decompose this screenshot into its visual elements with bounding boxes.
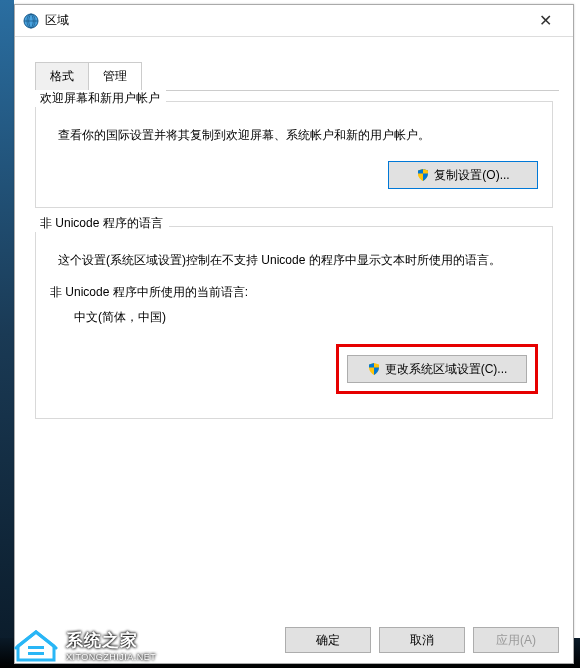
group-welcome-title: 欢迎屏幕和新用户帐户 [34, 90, 166, 107]
group-non-unicode-desc: 这个设置(系统区域设置)控制在不支持 Unicode 的程序中显示文本时所使用的… [58, 251, 538, 270]
group-welcome-accounts: 欢迎屏幕和新用户帐户 查看你的国际设置并将其复制到欢迎屏幕、系统帐户和新的用户帐… [35, 101, 553, 208]
watermark-title: 系统之家 [66, 629, 156, 652]
svg-rect-3 [28, 652, 44, 655]
window-title: 区域 [45, 12, 525, 29]
watermark-url: XITONGZHIJIA.NET [66, 652, 156, 662]
dialog-footer: 确定 取消 应用(A) [285, 627, 559, 653]
tab-panel-admin: 欢迎屏幕和新用户帐户 查看你的国际设置并将其复制到欢迎屏幕、系统帐户和新的用户帐… [29, 91, 559, 419]
ok-button[interactable]: 确定 [285, 627, 371, 653]
current-language-value: 中文(简体，中国) [74, 309, 538, 326]
change-locale-label: 更改系统区域设置(C)... [385, 361, 508, 378]
group-non-unicode: 非 Unicode 程序的语言 这个设置(系统区域设置)控制在不支持 Unico… [35, 226, 553, 419]
copy-settings-label: 复制设置(O)... [434, 167, 509, 184]
background-left-strip [0, 0, 14, 668]
group-welcome-desc: 查看你的国际设置并将其复制到欢迎屏幕、系统帐户和新的用户帐户。 [58, 126, 538, 145]
uac-shield-icon [416, 168, 430, 182]
globe-icon [23, 13, 39, 29]
dialog-content: 格式 管理 欢迎屏幕和新用户帐户 查看你的国际设置并将其复制到欢迎屏幕、系统帐户… [15, 37, 573, 419]
group-non-unicode-title: 非 Unicode 程序的语言 [34, 215, 169, 232]
current-language-label: 非 Unicode 程序中所使用的当前语言: [50, 284, 538, 301]
tab-admin[interactable]: 管理 [88, 62, 142, 91]
close-button[interactable]: ✕ [525, 7, 565, 35]
copy-settings-button[interactable]: 复制设置(O)... [388, 161, 538, 189]
cancel-button[interactable]: 取消 [379, 627, 465, 653]
change-system-locale-button[interactable]: 更改系统区域设置(C)... [347, 355, 527, 383]
tab-format[interactable]: 格式 [35, 62, 89, 91]
titlebar: 区域 ✕ [15, 5, 573, 37]
watermark: 系统之家 XITONGZHIJIA.NET [14, 626, 156, 664]
uac-shield-icon [367, 362, 381, 376]
watermark-house-icon [14, 626, 58, 664]
copy-settings-row: 复制设置(O)... [50, 161, 538, 189]
apply-button[interactable]: 应用(A) [473, 627, 559, 653]
tab-strip: 格式 管理 [35, 61, 559, 91]
watermark-text: 系统之家 XITONGZHIJIA.NET [66, 629, 156, 662]
close-icon: ✕ [539, 11, 552, 30]
svg-rect-2 [28, 646, 44, 649]
region-dialog: 区域 ✕ 格式 管理 欢迎屏幕和新用户帐户 查看你的国际设置并将其复制到欢迎屏幕… [14, 4, 574, 664]
change-locale-row: 更改系统区域设置(C)... [50, 344, 538, 394]
highlight-annotation: 更改系统区域设置(C)... [336, 344, 538, 394]
